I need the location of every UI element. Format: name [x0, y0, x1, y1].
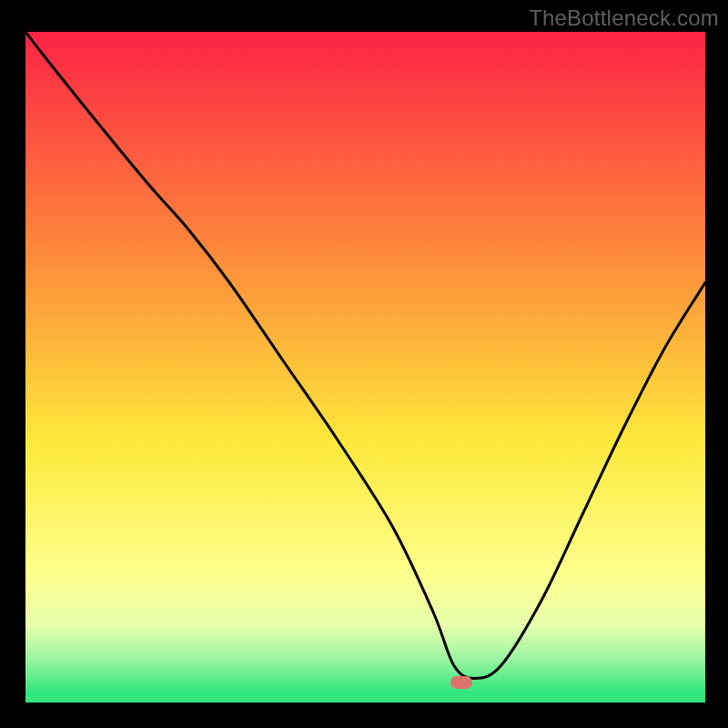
- optimal-marker: [450, 676, 472, 689]
- baseline-bar: [25, 692, 705, 703]
- gradient-background: [25, 32, 705, 692]
- bottleneck-chart-svg: [25, 32, 705, 692]
- attribution-label: TheBottleneck.com: [529, 5, 719, 31]
- chart-frame: TheBottleneck.com: [0, 0, 728, 728]
- plot-area: [25, 32, 705, 692]
